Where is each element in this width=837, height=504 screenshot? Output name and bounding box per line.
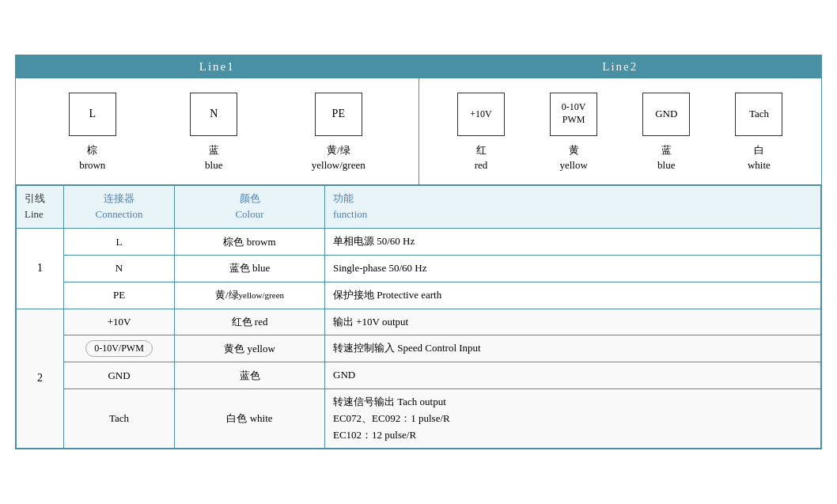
connector-box-Tach: Tach (735, 93, 782, 136)
tach-func-line3: EC102：12 pulse/R (333, 427, 812, 444)
table-header-row: 引线 Line 连接器 Connection 颜色 Colour 功能 func… (17, 185, 821, 229)
connector-label-Tach: 白white (748, 142, 771, 173)
colour-cell-10V: 红色 red (175, 309, 325, 335)
line1-diagram: Line1 L 棕brown N 蓝blue PE 黄/绿yellow/gree… (16, 55, 419, 184)
col-header-line-zh: 引线 (25, 191, 55, 207)
line-num-1: 1 (17, 229, 64, 309)
data-table: 引线 Line 连接器 Connection 颜色 Colour 功能 func… (16, 185, 821, 449)
func-cell-PWM: 转速控制输入 Speed Control Input (325, 335, 821, 362)
connector-label-GND: 蓝blue (657, 142, 675, 173)
colour-cell-GND: 蓝色 (175, 362, 325, 389)
table-row-N: N 蓝色 blue Single-phase 50/60 Hz (17, 255, 821, 282)
line-num-2: 2 (17, 309, 64, 449)
pwm-badge: 0-10V/PWM (85, 340, 153, 357)
col-header-line: 引线 Line (17, 185, 64, 229)
func-cell-L: 单相电源 50/60 Hz (325, 229, 821, 256)
col-header-colour-en: Colour (183, 207, 316, 223)
connector-box-L: L (69, 93, 116, 136)
col-header-function-en: function (333, 207, 812, 223)
col-header-colour-zh: 颜色 (183, 191, 316, 207)
tach-func-line1: 转速信号输出 Tach output (333, 394, 812, 411)
colour-cell-N: 蓝色 blue (175, 255, 325, 282)
connector-Tach: Tach 白white (735, 93, 782, 173)
connector-box-N: N (190, 93, 237, 136)
conn-cell-N: N (64, 255, 175, 282)
func-cell-N: Single-phase 50/60 Hz (325, 255, 821, 282)
table-row-PWM: 0-10V/PWM 黄色 yellow 转速控制输入 Speed Control… (17, 335, 821, 362)
line1-connectors: L 棕brown N 蓝blue PE 黄/绿yellow/green (16, 78, 418, 184)
func-cell-PE: 保护接地 Protective earth (325, 282, 821, 309)
line2-label: Line2 (602, 60, 638, 73)
diagram-section: Line1 L 棕brown N 蓝blue PE 黄/绿yellow/gree… (16, 55, 821, 185)
colour-cell-Tach: 白色 white (175, 389, 325, 449)
connector-10V: +10V 红red (457, 93, 505, 173)
connector-box-PWM: 0-10VPWM (550, 93, 597, 136)
conn-cell-10V: +10V (64, 309, 175, 335)
table-row-PE: PE 黄/绿yellow/green 保护接地 Protective earth (17, 282, 821, 309)
connector-label-N: 蓝blue (205, 142, 222, 173)
connector-L: L 棕brown (69, 93, 116, 173)
connector-PE: PE 黄/绿yellow/green (312, 93, 365, 173)
line1-label: Line1 (199, 60, 235, 73)
line1-header: Line1 (16, 55, 418, 78)
func-cell-GND: GND (325, 362, 821, 389)
line2-header: Line2 (419, 55, 822, 78)
connector-label-10V: 红red (475, 142, 488, 173)
func-cell-10V: 输出 +10V output (325, 309, 821, 335)
connector-label-PE: 黄/绿yellow/green (312, 142, 365, 173)
main-container: Line1 L 棕brown N 蓝blue PE 黄/绿yellow/gree… (15, 55, 822, 450)
table-row-GND: GND 蓝色 GND (17, 362, 821, 389)
conn-cell-PWM: 0-10V/PWM (64, 335, 175, 362)
table-row-10V: 2 +10V 红色 red 输出 +10V output (17, 309, 821, 335)
line2-connectors: +10V 红red 0-10VPWM 黄yellow GND 蓝blue Tac… (419, 78, 822, 184)
line2-diagram: Line2 +10V 红red 0-10VPWM 黄yellow GND 蓝bl… (419, 55, 822, 184)
colour-cell-PE: 黄/绿yellow/green (175, 282, 325, 309)
connector-N: N 蓝blue (190, 93, 237, 173)
conn-cell-Tach: Tach (64, 389, 175, 449)
col-header-line-en: Line (25, 207, 55, 223)
connector-PWM: 0-10VPWM 黄yellow (550, 93, 597, 173)
func-cell-Tach: 转速信号输出 Tach output EC072、EC092：1 pulse/R… (325, 389, 821, 449)
col-header-connection-en: Connection (72, 207, 166, 223)
col-header-connection-zh: 连接器 (72, 191, 166, 207)
col-header-function: 功能 function (325, 185, 821, 229)
conn-cell-GND: GND (64, 362, 175, 389)
connector-GND: GND 蓝blue (642, 93, 690, 173)
conn-cell-PE: PE (64, 282, 175, 309)
conn-cell-L: L (64, 229, 175, 256)
tach-func-line2: EC072、EC092：1 pulse/R (333, 411, 812, 427)
table-row-Tach: Tach 白色 white 转速信号输出 Tach output EC072、E… (17, 389, 821, 449)
colour-cell-PWM: 黄色 yellow (175, 335, 325, 362)
connector-label-L: 棕brown (79, 142, 105, 173)
connector-box-GND: GND (642, 93, 690, 136)
table-row-L: 1 L 棕色 browm 单相电源 50/60 Hz (17, 229, 821, 256)
colour-cell-L: 棕色 browm (175, 229, 325, 256)
col-header-colour: 颜色 Colour (175, 185, 325, 229)
col-header-connection: 连接器 Connection (64, 185, 175, 229)
connector-box-10V: +10V (457, 93, 505, 136)
connector-box-PE: PE (315, 93, 362, 136)
col-header-function-zh: 功能 (333, 191, 812, 207)
connector-label-PWM: 黄yellow (559, 142, 587, 173)
